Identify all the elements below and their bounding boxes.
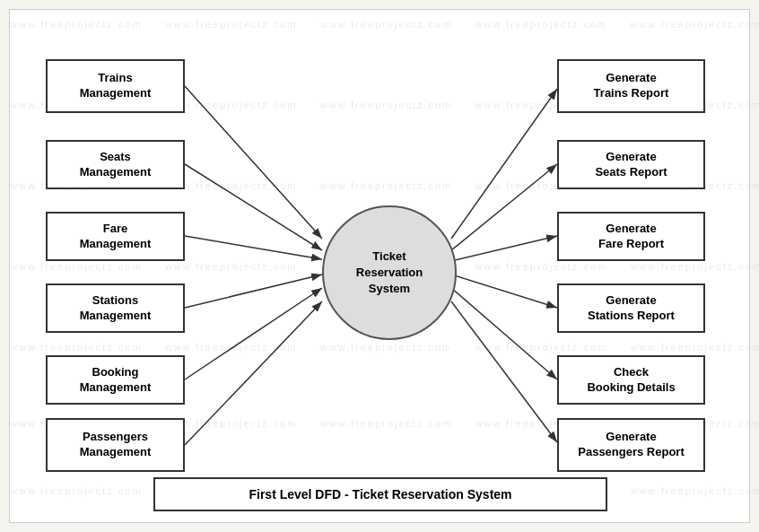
- svg-line-3: [185, 236, 322, 259]
- svg-line-2: [185, 164, 322, 250]
- seats-management-box: SeatsManagement: [46, 140, 185, 189]
- trains-management-box: TrainsManagement: [46, 59, 185, 113]
- gen-stations-report-box: GenerateStations Report: [557, 283, 705, 333]
- watermark-1: www.freeprojectz.com www.freeprojectz.co…: [10, 19, 749, 30]
- svg-line-7: [451, 89, 557, 239]
- svg-line-5: [185, 288, 322, 379]
- svg-line-4: [185, 275, 322, 308]
- gen-trains-report-box: GenerateTrains Report: [557, 59, 705, 113]
- stations-management-box: StationsManagement: [46, 283, 185, 333]
- fare-management-box: FareManagement: [46, 212, 185, 261]
- svg-line-9: [451, 236, 557, 261]
- diagram-container: www.freeprojectz.com www.freeprojectz.co…: [9, 9, 750, 523]
- passengers-management-box: PassengersManagement: [46, 418, 185, 472]
- center-circle: TicketReservationSystem: [322, 205, 457, 340]
- check-booking-box: CheckBooking Details: [557, 355, 705, 405]
- svg-line-8: [451, 164, 557, 250]
- svg-line-11: [451, 288, 557, 379]
- booking-management-box: BookingManagement: [46, 355, 185, 405]
- watermark-5: www.freeprojectz.com www.freeprojectz.co…: [10, 342, 749, 353]
- svg-line-10: [451, 275, 557, 308]
- title-bar: First Level DFD - Ticket Reservation Sys…: [153, 477, 607, 511]
- gen-passengers-report-box: GeneratePassengers Report: [557, 418, 705, 472]
- gen-seats-report-box: GenerateSeats Report: [557, 140, 705, 189]
- gen-fare-report-box: GenerateFare Report: [557, 212, 705, 261]
